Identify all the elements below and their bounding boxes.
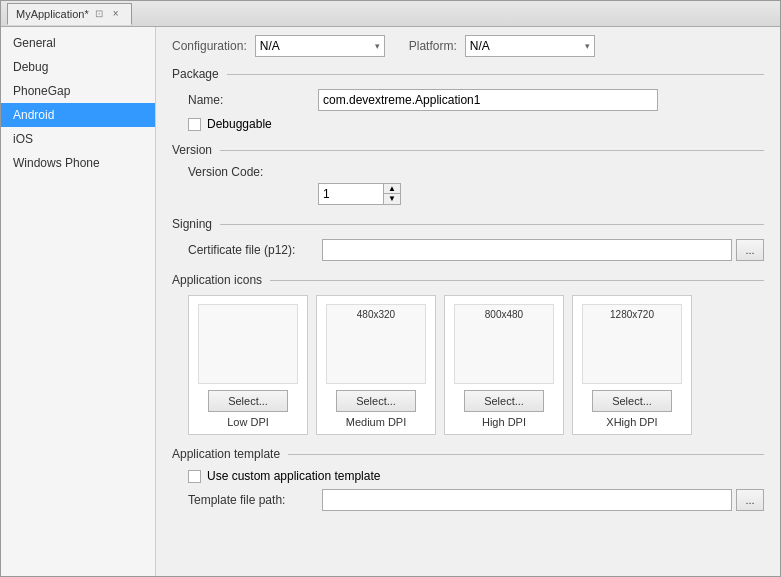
icons-grid: Select... Low DPI 480x320 Select... Medi…: [172, 295, 764, 435]
dpi-label-high: High DPI: [482, 416, 526, 428]
debuggable-row: Debuggable: [172, 117, 764, 131]
dpi-label-medium: Medium DPI: [346, 416, 407, 428]
sidebar-item-debug[interactable]: Debug: [1, 55, 155, 79]
version-code-row: Version Code:: [172, 165, 764, 179]
sidebar-item-phonegap[interactable]: PhoneGap: [1, 79, 155, 103]
app-icons-section-line: [270, 280, 764, 281]
title-tab[interactable]: MyApplication* ⊡ ×: [7, 3, 132, 25]
template-path-row: Template file path: ...: [172, 489, 764, 511]
configuration-label: Configuration:: [172, 39, 247, 53]
package-section: Package Name: Debuggable: [172, 67, 764, 131]
version-spin-up[interactable]: ▲: [384, 184, 400, 194]
icon-card-low-dpi: Select... Low DPI: [188, 295, 308, 435]
dpi-label-low: Low DPI: [227, 416, 269, 428]
package-section-header: Package: [172, 67, 764, 81]
sidebar: General Debug PhoneGap Android iOS Windo…: [1, 27, 156, 576]
use-custom-template-label: Use custom application template: [207, 469, 380, 483]
package-section-line: [227, 74, 764, 75]
main-panel: Configuration: N/A ▾ Platform: N/A ▾ Pac…: [156, 27, 780, 576]
signing-section-line: [220, 224, 764, 225]
version-input-container: ▲ ▼: [318, 183, 401, 205]
app-template-section-line: [288, 454, 764, 455]
version-section-header: Version: [172, 143, 764, 157]
select-button-xhigh-dpi[interactable]: Select...: [592, 390, 672, 412]
icon-size-xhigh-dpi: 1280x720: [610, 309, 654, 320]
icon-size-high-dpi: 800x480: [485, 309, 523, 320]
template-path-label: Template file path:: [188, 493, 318, 507]
template-browse-button[interactable]: ...: [736, 489, 764, 511]
package-name-input[interactable]: [318, 89, 658, 111]
dpi-label-xhigh: XHigh DPI: [606, 416, 657, 428]
tab-title: MyApplication*: [16, 8, 89, 20]
sidebar-item-ios[interactable]: iOS: [1, 127, 155, 151]
application-template-section: Application template Use custom applicat…: [172, 447, 764, 511]
app-icons-section-header: Application icons: [172, 273, 764, 287]
version-code-input[interactable]: [318, 183, 383, 205]
close-button[interactable]: ×: [109, 7, 123, 21]
signing-row: Certificate file (p12): ...: [172, 239, 764, 261]
icon-size-medium-dpi: 480x320: [357, 309, 395, 320]
pin-icon: ⊡: [95, 8, 103, 19]
debuggable-label: Debuggable: [207, 117, 272, 131]
icon-preview-xhigh-dpi: 1280x720: [582, 304, 682, 384]
version-section-line: [220, 150, 764, 151]
platform-dropdown[interactable]: N/A ▾: [465, 35, 595, 57]
version-spin-buttons: ▲ ▼: [383, 183, 401, 205]
package-name-label: Name:: [188, 93, 318, 107]
version-code-input-row: ▲ ▼: [172, 183, 764, 205]
package-name-row: Name:: [172, 89, 764, 111]
configuration-value: N/A: [260, 39, 280, 53]
certificate-browse-button[interactable]: ...: [736, 239, 764, 261]
sidebar-item-windows-phone[interactable]: Windows Phone: [1, 151, 155, 175]
icon-card-high-dpi: 800x480 Select... High DPI: [444, 295, 564, 435]
main-window: MyApplication* ⊡ × General Debug PhoneGa…: [0, 0, 781, 577]
signing-section-title: Signing: [172, 217, 212, 231]
configuration-dropdown-arrow: ▾: [375, 41, 380, 51]
icon-preview-medium-dpi: 480x320: [326, 304, 426, 384]
use-custom-template-row: Use custom application template: [172, 469, 764, 483]
select-button-low-dpi[interactable]: Select...: [208, 390, 288, 412]
version-section: Version Version Code: ▲ ▼: [172, 143, 764, 205]
configuration-dropdown[interactable]: N/A ▾: [255, 35, 385, 57]
toolbar-row: Configuration: N/A ▾ Platform: N/A ▾: [172, 35, 764, 57]
certificate-label: Certificate file (p12):: [188, 243, 318, 257]
debuggable-checkbox[interactable]: [188, 118, 201, 131]
select-button-high-dpi[interactable]: Select...: [464, 390, 544, 412]
content-area: General Debug PhoneGap Android iOS Windo…: [1, 27, 780, 576]
platform-dropdown-arrow: ▾: [585, 41, 590, 51]
sidebar-item-general[interactable]: General: [1, 31, 155, 55]
icon-preview-high-dpi: 800x480: [454, 304, 554, 384]
select-button-medium-dpi[interactable]: Select...: [336, 390, 416, 412]
title-bar: MyApplication* ⊡ ×: [1, 1, 780, 27]
signing-section-header: Signing: [172, 217, 764, 231]
version-code-label: Version Code:: [188, 165, 318, 179]
sidebar-item-android[interactable]: Android: [1, 103, 155, 127]
app-template-section-title: Application template: [172, 447, 280, 461]
app-icons-section-title: Application icons: [172, 273, 262, 287]
icon-card-medium-dpi: 480x320 Select... Medium DPI: [316, 295, 436, 435]
template-path-input[interactable]: [322, 489, 732, 511]
version-section-title: Version: [172, 143, 212, 157]
signing-section: Signing Certificate file (p12): ...: [172, 217, 764, 261]
certificate-input[interactable]: [322, 239, 732, 261]
platform-label: Platform:: [409, 39, 457, 53]
use-custom-template-checkbox[interactable]: [188, 470, 201, 483]
version-spin-down[interactable]: ▼: [384, 194, 400, 204]
platform-value: N/A: [470, 39, 490, 53]
icon-preview-low-dpi: [198, 304, 298, 384]
package-section-title: Package: [172, 67, 219, 81]
app-template-section-header: Application template: [172, 447, 764, 461]
icon-card-xhigh-dpi: 1280x720 Select... XHigh DPI: [572, 295, 692, 435]
application-icons-section: Application icons Select... Low DPI: [172, 273, 764, 435]
